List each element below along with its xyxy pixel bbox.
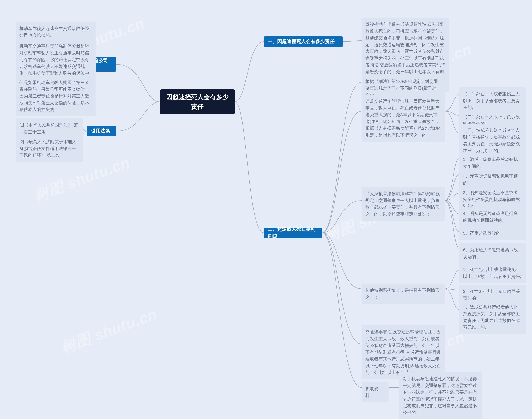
- mindmap-canvas: 树图 shutu.cn 树图 shutu.cn 树图 shutu.cn 树图 s…: [0, 0, 532, 419]
- watermark: 树图 shutu.cn: [58, 304, 160, 357]
- root-node[interactable]: 因超速撞死人会有多少责任: [160, 89, 235, 114]
- section-4-title[interactable]: 引用法条: [87, 126, 116, 136]
- section-3d-text: 交通肇事罪 违反交通运输管理法规，因而发生重大事故，致人重伤、死亡或者使公私财产…: [362, 325, 445, 379]
- section-3e-label: 扩展资料：: [362, 382, 389, 402]
- section-3b-item-6: 6、为逃避法律追究逃离事故现场的。: [459, 243, 526, 263]
- section-3e-text: 对于机动车超速撞死人的情况，不见得一定就属于交通肇事罪，这还需要经过专业的认定才…: [399, 372, 482, 419]
- section-3b-item-4: 4、明知是无牌证或者已报废的机动车辆而驾驶的;: [459, 207, 526, 227]
- section-2-item-3: 但是如果机动车驾驶人购买了第三者责任险的，保险公司可能不会赔偿，因为第三者责任险…: [16, 76, 96, 116]
- section-3a-item-3: （三）造成公共财产或者他人财产直接损失，负事故全部或者主要责任，无能力赔偿数额在…: [459, 124, 526, 157]
- section-3c-intro: 其他特别恶劣情节，是指具有下列情形之一：: [362, 284, 445, 304]
- section-3c-item-1: 1、死亡2人以上或者重伤5人以上，负故全部或者主要责任;: [459, 263, 526, 283]
- section-3b-intro: 《人身损害赔偿司法解释》第2条第2款规定：交通肇事致一人以上重伤，负事故全部或者…: [362, 187, 445, 221]
- section-3c-item-3: 3、造成公共财产或者他人财产直接损失，负事故全部或主要责任，无能力赔偿数额在60…: [459, 300, 526, 334]
- section-4-item-2: [2]《最高人民法院关于审理人身损害赔偿案件适用法律若干问题的解释》 第二条: [16, 135, 83, 162]
- section-3-title[interactable]: 三、超速致人死亡要判刑吗: [264, 228, 322, 238]
- section-2-item-1: 机动车驾驶人超速发生交通事故保险公司也会赔偿的。: [16, 22, 96, 42]
- section-3a-rule: 违反交通运输管理法规，因而发生重大事故，致人重伤、死亡或者使公私财产遭受重大损的…: [362, 94, 445, 142]
- section-1-title[interactable]: 一、因超速撞死人会有多少责任: [264, 36, 343, 47]
- section-3b-item-5: 5、严重超载驾驶的;: [459, 226, 526, 240]
